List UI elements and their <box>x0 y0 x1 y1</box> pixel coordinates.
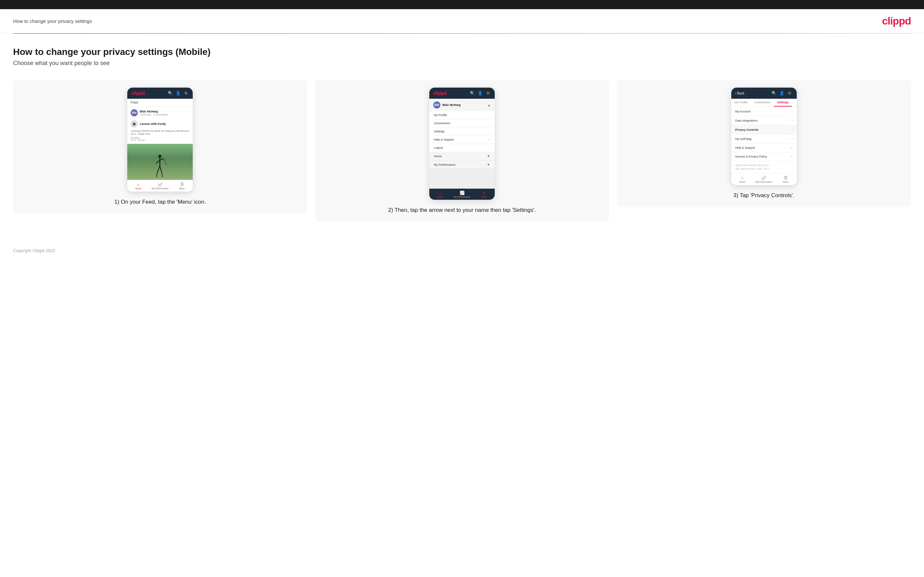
external-icon-2: ↗ <box>790 146 793 149</box>
phone-1-icons: 🔍 👤 ⚙ <box>167 90 189 96</box>
phone-1-golf-image <box>127 144 193 180</box>
chevron-right-icon-4: › <box>792 137 793 140</box>
settings-icon: ⚙ <box>183 90 189 96</box>
helpsupport-label: Help & Support <box>434 138 454 141</box>
phone-3-home-label: Home <box>739 181 745 183</box>
myprofile-label: My Profile <box>434 113 447 117</box>
phone-2-name-label: Blair McHarg <box>443 103 461 106</box>
phone-2-home-section[interactable]: Home ▼ <box>429 152 495 161</box>
phone-1-home-label: Home <box>135 187 141 190</box>
phone-3-menu-label: Menu <box>783 181 789 183</box>
mygolfbag-label: My Golf Bag <box>735 137 751 140</box>
settings-dataintegrations[interactable]: Data Integrations › <box>731 116 797 125</box>
phone-3-menu-btn[interactable]: ☰ Menu <box>775 174 797 185</box>
settings-icon-3: ⚙ <box>787 90 793 96</box>
chevron-right-icon-2: › <box>792 119 793 122</box>
phone-2-logout[interactable]: Logout <box>429 144 495 152</box>
settings-privacycontrols[interactable]: Privacy Controls › <box>731 125 797 134</box>
myaccount-label: My Account <box>735 110 751 113</box>
svg-line-5 <box>160 166 162 172</box>
phone-3-performance-btn[interactable]: 📈 My Performance <box>753 174 775 185</box>
main-content: How to change your privacy settings (Mob… <box>0 34 924 242</box>
step-3-phone: ‹ Back 🔍 👤 ⚙ My Profile Connections Sett… <box>731 88 797 185</box>
copyright-text: Copyright Clippd 2022 <box>13 248 55 253</box>
tab-myprofile[interactable]: My Profile <box>731 99 751 106</box>
phone-2-myprofile[interactable]: My Profile <box>429 111 495 119</box>
phone-1-duration: Duration <box>131 137 189 139</box>
chart-icon-2: 📈 <box>460 190 465 195</box>
phone-1-lesson-title: Lesson with Fordy <box>140 122 166 126</box>
phone-1-menu-label: Menu <box>179 187 185 190</box>
search-icon-3: 🔍 <box>771 90 777 96</box>
serviceprivacy-label: Service & Privacy Policy <box>735 155 767 158</box>
phone-2-overlay <box>429 169 495 189</box>
home-section-label: Home <box>434 155 442 158</box>
svg-point-0 <box>158 155 162 158</box>
step-1-card: clippd 🔍 👤 ⚙ Feed BM Blair McHarg <box>13 80 307 214</box>
user-icon: 👤 <box>175 90 181 96</box>
svg-line-3 <box>160 158 164 160</box>
settings-mygolfbag[interactable]: My Golf Bag › <box>731 134 797 143</box>
step-2-caption: 2) Then, tap the arrow next to your name… <box>388 206 536 214</box>
tab-settings[interactable]: Settings <box>774 99 792 106</box>
phone-3-tabs: My Profile Connections Settings <box>731 99 797 107</box>
menu-icon: ☰ <box>180 182 184 187</box>
phone-1-lesson-box: 🎥 Lesson with Fordy <box>131 118 189 129</box>
phone-2-performance-section[interactable]: My Performance ▼ <box>429 161 495 169</box>
phone-1-menu-btn[interactable]: ☰ Menu <box>171 180 193 192</box>
connections-label: Connections <box>434 122 450 125</box>
phone-2-helpsupport[interactable]: Help & Support ↗ <box>429 136 495 144</box>
phone-2-connections[interactable]: Connections <box>429 119 495 127</box>
performance-section-label: My Performance <box>434 163 456 166</box>
phone-3-bottom-bar: ⌂ Home 📈 My Performance ☰ Menu <box>731 173 797 185</box>
user-icon-2: 👤 <box>477 90 483 96</box>
dataintegrations-label: Data Integrations <box>735 119 758 122</box>
page-heading: How to change your privacy settings (Mob… <box>13 47 911 57</box>
search-icon-2: 🔍 <box>469 90 475 96</box>
svg-line-2 <box>156 160 160 163</box>
phone-2-home-btn[interactable]: ⌂ Home <box>429 189 451 200</box>
phone-1-performance-label: My Performance <box>152 187 168 190</box>
back-button[interactable]: ‹ Back <box>735 92 745 95</box>
phone-1-home-btn[interactable]: ⌂ Home <box>127 180 149 192</box>
top-bar <box>0 0 924 9</box>
steps-container: clippd 🔍 👤 ⚙ Feed BM Blair McHarg <box>13 80 911 222</box>
phone-2-performance-btn[interactable]: 📈 My Performance <box>451 189 473 200</box>
tab-connections[interactable]: Connections <box>751 99 774 106</box>
step-2-phone: clippd 🔍 👤 ⚙ BM Blair McHarg ▲ <box>429 88 495 200</box>
golfer-svg <box>153 154 168 178</box>
menu-icon-3: ☰ <box>784 176 788 180</box>
header: How to change your privacy settings clip… <box>0 9 924 33</box>
phone-3-version: Clippd Client Version: 2022.8.3-3 GQL Se… <box>731 161 797 173</box>
phone-2-logo: clippd <box>433 90 447 96</box>
phone-1-bottom-bar: ⌂ Home 📈 My Performance ☰ Menu <box>127 180 193 192</box>
phone-2-settings[interactable]: Settings <box>429 127 495 136</box>
phone-1-post-date: Yesterday · Sunningdale <box>140 113 168 116</box>
phone-3-home-btn[interactable]: ⌂ Home <box>731 174 753 185</box>
chevron-right-icon-3: › <box>792 128 793 131</box>
phone-2-bottom-bar: ⌂ Home 📈 My Performance ✕ Menu <box>429 189 495 200</box>
user-icon-3: 👤 <box>779 90 785 96</box>
settings-serviceprivacy[interactable]: Service & Privacy Policy ↗ <box>731 152 797 161</box>
step-2-card: clippd 🔍 👤 ⚙ BM Blair McHarg ▲ <box>315 80 609 222</box>
phone-1-performance-btn[interactable]: 📈 My Performance <box>149 180 171 192</box>
external-icon: ↗ <box>488 138 490 141</box>
phone-1-duration-value: 01 hr : 30 min <box>131 139 189 141</box>
page-subheading: Choose what you want people to see <box>13 60 911 67</box>
settings-helpsupport[interactable]: Help & Support ↗ <box>731 143 797 152</box>
version-line-2: GQL Server Version: 2022.7.30-1 <box>735 168 793 171</box>
chevron-right-icon-1: › <box>792 110 793 113</box>
step-1-caption: 1) On your Feed, tap the 'Menu' icon. <box>115 198 206 206</box>
phone-2-performance-label: My Performance <box>454 196 470 198</box>
privacycontrols-label: Privacy Controls <box>735 128 759 131</box>
phone-3-backbar: ‹ Back 🔍 👤 ⚙ <box>731 88 797 99</box>
phone-3-settings-list: My Account › Data Integrations › Privacy… <box>731 107 797 161</box>
phone-2-avatar: BM <box>433 102 440 108</box>
settings-myaccount[interactable]: My Account › <box>731 107 797 116</box>
phone-2-navbar: clippd 🔍 👤 ⚙ <box>429 88 495 99</box>
settings-icon-2: ⚙ <box>485 90 491 96</box>
phone-1-lesson-icon: 🎥 <box>131 120 138 127</box>
home-icon-2: ⌂ <box>439 190 441 195</box>
phone-2-close-btn[interactable]: ✕ Menu <box>473 189 495 200</box>
helpsupport-label-3: Help & Support <box>735 146 755 149</box>
